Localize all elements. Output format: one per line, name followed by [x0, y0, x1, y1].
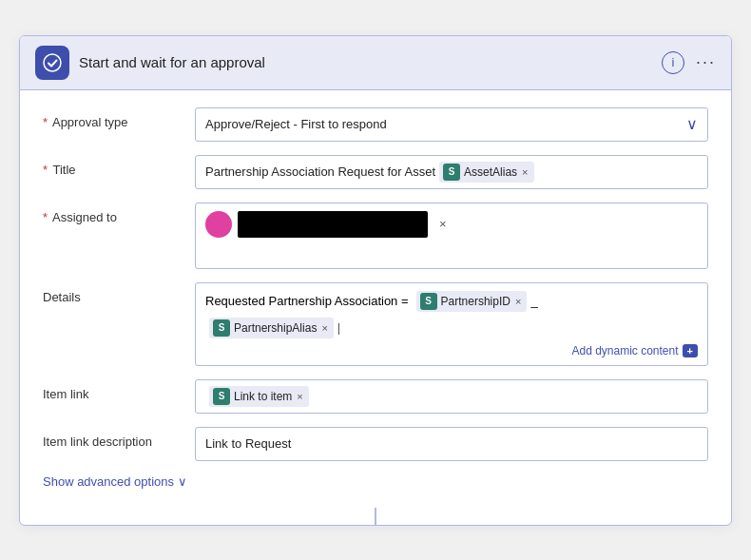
tag-icon: S	[443, 164, 460, 181]
tag-close-icon[interactable]: ×	[321, 322, 327, 334]
required-star: *	[43, 163, 48, 177]
link-to-item-tag: S Link to item ×	[209, 386, 309, 407]
item-link-label: Item link	[43, 379, 195, 401]
tag-icon: S	[420, 293, 437, 310]
more-options-icon[interactable]: ···	[696, 52, 716, 72]
details-label: Details	[43, 282, 195, 304]
item-link-description-row: Item link description Link to Request	[43, 427, 708, 461]
assigned-to-redacted: ×	[205, 211, 698, 238]
approval-type-label: * Approval type	[43, 107, 195, 129]
details-row: Details Requested Partnership Associatio…	[43, 282, 708, 366]
required-star: *	[43, 115, 48, 129]
partnership-alias-tag: S PartnershipAlias ×	[209, 318, 334, 338]
details-input[interactable]: Requested Partnership Association = S Pa…	[195, 282, 708, 366]
title-row: * Title Partnership Association Request …	[43, 155, 708, 189]
assigned-close-icon[interactable]: ×	[439, 217, 447, 231]
chevron-down-icon: ∨	[178, 474, 187, 489]
title-prefix-text: Partnership Association Request for Asse…	[205, 164, 435, 179]
header-right: i ···	[662, 51, 716, 74]
info-icon[interactable]: i	[662, 51, 684, 74]
tag-close-icon[interactable]: ×	[297, 391, 302, 402]
assigned-to-label: * Assigned to	[43, 203, 195, 224]
tag-text: PartnershipAlias	[234, 321, 317, 335]
dynamic-content-label: Add dynamic content	[571, 344, 678, 357]
item-link-row: Item link S Link to item ×	[43, 379, 708, 414]
cursor-indicator: |	[337, 320, 340, 335]
approval-icon	[35, 46, 69, 80]
approval-type-dropdown[interactable]: Approve/Reject - First to respond ∨	[195, 107, 708, 142]
tag-icon: S	[213, 319, 230, 337]
tag-close-icon[interactable]: ×	[515, 296, 521, 307]
assigned-to-input[interactable]: ×	[195, 203, 708, 269]
plus-badge: +	[683, 344, 698, 357]
details-text: Requested Partnership Association =	[205, 294, 409, 308]
connector-line	[20, 502, 731, 525]
approval-card: Start and wait for an approval i ··· * A…	[19, 35, 732, 526]
item-link-description-label: Item link description	[43, 427, 195, 449]
details-line2: S PartnershipAlias × |	[205, 318, 698, 338]
tag-text: AssetAlias	[464, 165, 517, 179]
svg-point-0	[44, 54, 61, 71]
details-suffix: _	[530, 294, 537, 308]
redacted-content	[238, 211, 428, 238]
header-title: Start and wait for an approval	[79, 54, 265, 70]
add-dynamic-content-link[interactable]: Add dynamic content +	[205, 344, 698, 357]
asset-alias-tag: S AssetAlias ×	[439, 162, 533, 183]
card-body: * Approval type Approve/Reject - First t…	[20, 90, 731, 502]
required-star: *	[43, 210, 48, 224]
title-label: * Title	[43, 155, 195, 177]
tag-text: PartnershipID	[441, 295, 510, 308]
card-header: Start and wait for an approval i ···	[20, 36, 731, 90]
tag-icon: S	[213, 388, 230, 405]
title-input[interactable]: Partnership Association Request for Asse…	[195, 155, 708, 189]
assigned-to-row: * Assigned to ×	[43, 203, 708, 269]
tag-close-icon[interactable]: ×	[522, 166, 528, 178]
details-line1: Requested Partnership Association = S Pa…	[205, 291, 698, 312]
item-link-description-value: Link to Request	[205, 436, 291, 451]
item-link-input[interactable]: S Link to item ×	[195, 379, 708, 414]
avatar	[205, 211, 232, 238]
item-link-description-input[interactable]: Link to Request	[195, 427, 708, 461]
approval-type-value: Approve/Reject - First to respond	[205, 117, 387, 131]
partnership-id-tag: S PartnershipID ×	[416, 291, 528, 312]
header-left: Start and wait for an approval	[35, 46, 265, 80]
chevron-down-icon: ∨	[686, 115, 698, 133]
approval-type-row: * Approval type Approve/Reject - First t…	[43, 107, 708, 142]
show-advanced-options[interactable]: Show advanced options ∨	[43, 474, 708, 489]
show-advanced-label: Show advanced options	[43, 474, 174, 489]
tag-text: Link to item	[234, 390, 292, 403]
